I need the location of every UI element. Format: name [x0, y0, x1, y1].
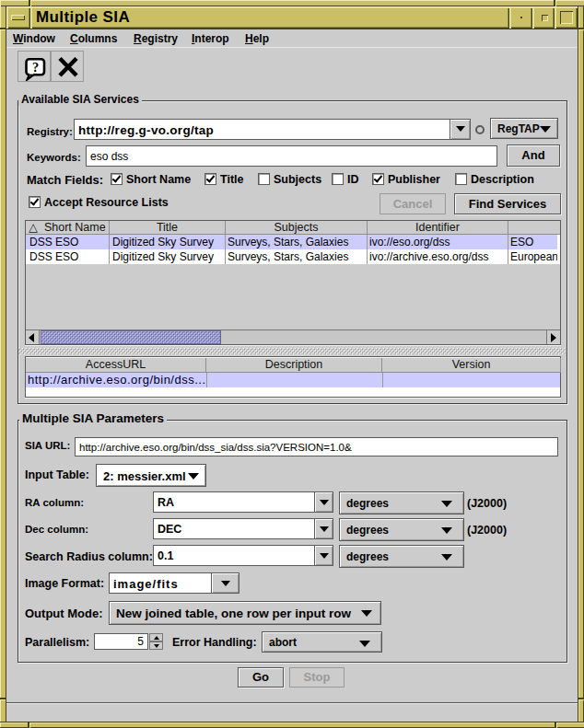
svg-text:?: ? [32, 60, 39, 75]
